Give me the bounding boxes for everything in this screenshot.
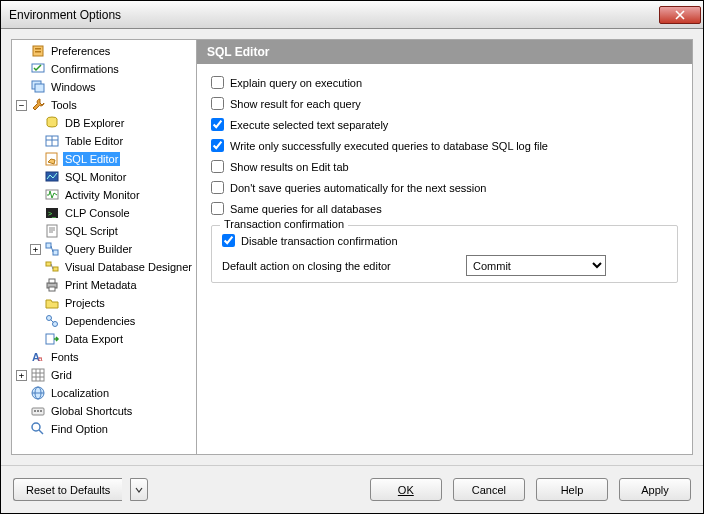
tree-item-data-export[interactable]: Data Export xyxy=(12,330,196,348)
window-title: Environment Options xyxy=(9,8,659,22)
check-disable-tx-label[interactable]: Disable transaction confirmation xyxy=(241,235,398,247)
svg-point-46 xyxy=(32,423,40,431)
nav-tree[interactable]: Preferences Confirmations Windows − T xyxy=(11,39,197,455)
tree-item-find-option[interactable]: Find Option xyxy=(12,420,196,438)
reset-defaults-button[interactable]: Reset to Defaults xyxy=(13,478,122,501)
check-explain-query[interactable] xyxy=(211,76,224,89)
titlebar[interactable]: Environment Options xyxy=(1,1,703,29)
svg-rect-5 xyxy=(35,84,44,92)
tree-item-localization[interactable]: Localization xyxy=(12,384,196,402)
svg-rect-2 xyxy=(35,51,41,53)
windows-icon xyxy=(30,79,46,95)
check-write-log[interactable] xyxy=(211,139,224,152)
check-disable-tx[interactable] xyxy=(222,234,235,247)
dependencies-icon xyxy=(44,313,60,329)
tree-item-global-shortcuts[interactable]: Global Shortcuts xyxy=(12,402,196,420)
tree-item-preferences[interactable]: Preferences xyxy=(12,42,196,60)
confirmations-icon xyxy=(30,61,46,77)
preferences-icon xyxy=(30,43,46,59)
tree-item-sql-monitor[interactable]: SQL Monitor xyxy=(12,168,196,186)
svg-text:a: a xyxy=(38,354,43,363)
grid-icon xyxy=(30,367,46,383)
check-exec-selected-label[interactable]: Execute selected text separately xyxy=(230,119,388,131)
fieldset-legend: Transaction confirmation xyxy=(220,218,348,230)
sql-editor-icon xyxy=(44,151,60,167)
tree-item-windows[interactable]: Windows xyxy=(12,78,196,96)
sql-monitor-icon xyxy=(44,169,60,185)
sql-script-icon xyxy=(44,223,60,239)
data-export-icon xyxy=(44,331,60,347)
collapse-icon[interactable]: − xyxy=(16,100,27,111)
check-explain-query-label[interactable]: Explain query on execution xyxy=(230,77,362,89)
svg-line-30 xyxy=(51,320,54,323)
tree-item-db-explorer[interactable]: DB Explorer xyxy=(12,114,196,132)
visual-db-designer-icon xyxy=(44,259,60,275)
tree-item-grid[interactable]: + Grid xyxy=(12,366,196,384)
tree-item-fonts[interactable]: Aa Fonts xyxy=(12,348,196,366)
check-show-result-each[interactable] xyxy=(211,97,224,110)
close-button[interactable] xyxy=(659,6,701,24)
check-write-log-label[interactable]: Write only successfully executed queries… xyxy=(230,140,548,152)
apply-button[interactable]: Apply xyxy=(619,478,691,501)
tree-item-table-editor[interactable]: Table Editor xyxy=(12,132,196,150)
tree-item-projects[interactable]: Projects xyxy=(12,294,196,312)
default-action-select[interactable]: CommitRollback xyxy=(466,255,606,276)
find-option-icon xyxy=(30,421,46,437)
svg-rect-43 xyxy=(34,410,36,412)
print-metadata-icon xyxy=(44,277,60,293)
check-show-result-each-label[interactable]: Show result for each query xyxy=(230,98,361,110)
tree-item-confirmations[interactable]: Confirmations xyxy=(12,60,196,78)
check-dont-save[interactable] xyxy=(211,181,224,194)
expand-icon[interactable]: + xyxy=(30,244,41,255)
svg-rect-19 xyxy=(46,243,51,248)
svg-rect-34 xyxy=(32,369,44,381)
expand-icon[interactable]: + xyxy=(16,370,27,381)
svg-rect-23 xyxy=(53,267,58,271)
tree-item-print-metadata[interactable]: Print Metadata xyxy=(12,276,196,294)
tree-item-activity-monitor[interactable]: Activity Monitor xyxy=(12,186,196,204)
query-builder-icon xyxy=(44,241,60,257)
fonts-icon: Aa xyxy=(30,349,46,365)
svg-line-47 xyxy=(39,430,43,434)
dialog-body: Preferences Confirmations Windows − T xyxy=(1,29,703,465)
close-icon xyxy=(675,10,685,20)
check-show-on-edit[interactable] xyxy=(211,160,224,173)
check-exec-selected[interactable] xyxy=(211,118,224,131)
check-same-queries-label[interactable]: Same queries for all databases xyxy=(230,203,382,215)
check-same-queries[interactable] xyxy=(211,202,224,215)
tree-item-dependencies[interactable]: Dependencies xyxy=(12,312,196,330)
reset-defaults-splitbutton: Reset to Defaults xyxy=(13,478,148,501)
tree-item-visual-db-designer[interactable]: Visual Database Designer xyxy=(12,258,196,276)
localization-icon xyxy=(30,385,46,401)
transaction-confirmation-group: Transaction confirmation Disable transac… xyxy=(211,225,678,283)
svg-rect-15 xyxy=(47,225,57,237)
ok-button[interactable]: OK xyxy=(370,478,442,501)
tree-item-sql-script[interactable]: SQL Script xyxy=(12,222,196,240)
content-panel: SQL Editor Explain query on execution Sh… xyxy=(197,39,693,455)
chevron-down-icon xyxy=(135,486,143,494)
check-show-on-edit-label[interactable]: Show results on Edit tab xyxy=(230,161,349,173)
tools-icon xyxy=(30,97,46,113)
reset-defaults-dropdown[interactable] xyxy=(130,478,148,501)
svg-rect-22 xyxy=(46,262,51,266)
tree-item-clp-console[interactable]: >_ CLP Console xyxy=(12,204,196,222)
dialog-footer: Reset to Defaults OK Cancel Help Apply xyxy=(1,465,703,513)
svg-rect-26 xyxy=(49,279,55,283)
db-explorer-icon xyxy=(44,115,60,131)
tree-item-sql-editor[interactable]: SQL Editor xyxy=(12,150,196,168)
activity-monitor-icon xyxy=(44,187,60,203)
svg-rect-31 xyxy=(46,334,54,344)
cancel-button[interactable]: Cancel xyxy=(453,478,525,501)
clp-console-icon: >_ xyxy=(44,205,60,221)
tree-item-query-builder[interactable]: + Query Builder xyxy=(12,240,196,258)
svg-rect-1 xyxy=(35,48,41,50)
svg-rect-27 xyxy=(49,287,55,291)
check-dont-save-label[interactable]: Don't save queries automatically for the… xyxy=(230,182,486,194)
global-shortcuts-icon xyxy=(30,403,46,419)
table-editor-icon xyxy=(44,133,60,149)
environment-options-dialog: Environment Options Preferences Confirma… xyxy=(0,0,704,514)
default-action-label: Default action on closing the editor xyxy=(222,260,466,272)
svg-rect-45 xyxy=(40,410,42,412)
help-button[interactable]: Help xyxy=(536,478,608,501)
tree-item-tools[interactable]: − Tools xyxy=(12,96,196,114)
